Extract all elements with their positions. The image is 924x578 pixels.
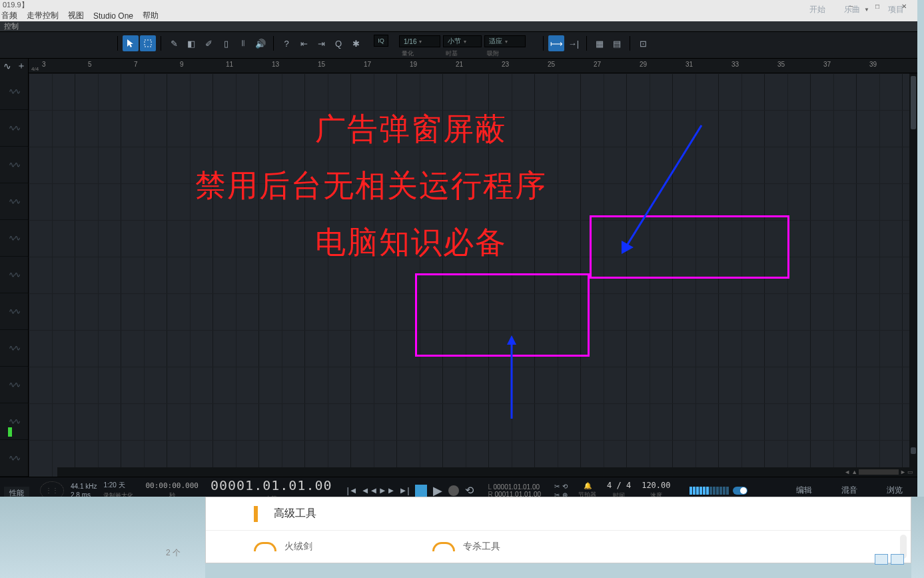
split-tool[interactable]: ⫴	[235, 35, 251, 51]
draw-tool[interactable]: ✎	[166, 35, 182, 51]
output-meter	[690, 487, 729, 495]
listen-tool[interactable]: 🔊	[252, 35, 268, 51]
record-max: 1:20 天	[103, 481, 133, 490]
zoom-slider[interactable]	[859, 469, 899, 475]
grid-a-button[interactable]: ▦	[592, 35, 608, 51]
waveform-icon: ∿∿	[9, 87, 19, 96]
tools-panel: 高级工具 2 个 火绒剑 专杀工具	[205, 497, 911, 563]
eraser-tool[interactable]: ◧	[183, 35, 199, 51]
marker-a[interactable]: ⇤	[296, 35, 312, 51]
waveform-icon: ∿∿	[9, 197, 19, 206]
quantize-select[interactable]: 1/16	[399, 35, 440, 47]
forward-button[interactable]: ►►	[380, 484, 394, 497]
info-tool[interactable]: ?	[278, 35, 294, 51]
arrow-tool[interactable]	[123, 35, 139, 51]
overlay-line3: 电脑知识必备	[315, 222, 507, 263]
title-text: 019.9】	[3, 0, 29, 10]
video-button[interactable]: ⊡	[635, 35, 651, 51]
menu-transport[interactable]: 走带控制	[27, 10, 59, 21]
sample-rate: 44.1 kHz	[71, 483, 97, 490]
track-row[interactable]: ∿∿	[0, 440, 28, 477]
mute-tool[interactable]: ▯	[218, 35, 234, 51]
menu-audio[interactable]: 音频	[1, 10, 17, 21]
workspace: ∿ ＋ ∿∿ ∿∿ ∿∿ ∿∿ ∿∿ ∿∿ ∿∿ ∿∿ ∿∿ ∿∿ ∿∿ 4/4…	[0, 59, 917, 477]
track-row[interactable]: ∿∿	[0, 403, 28, 440]
vertical-scrollbar[interactable]	[909, 73, 917, 467]
track-row[interactable]: ∿∿	[0, 367, 28, 403]
svg-marker-2	[507, 335, 516, 345]
track-row[interactable]: ∿∿	[0, 220, 28, 257]
monitor-toggle[interactable]	[733, 487, 747, 495]
horizontal-scrollbar[interactable]: ◄ ▲ ► ▭	[57, 467, 917, 477]
play-button[interactable]: ▶	[431, 484, 444, 497]
item-label: 专杀工具	[463, 541, 500, 553]
add-track-button[interactable]: ＋	[14, 59, 28, 73]
track-row[interactable]: ∿∿	[0, 257, 28, 293]
menu-help[interactable]: 帮助	[143, 10, 159, 21]
shield-icon	[432, 542, 455, 551]
desktop-background	[911, 497, 924, 578]
rewind-start-button[interactable]: |◄	[346, 484, 359, 497]
quantize-label: 量化	[399, 49, 440, 58]
arrow-up-icon	[502, 335, 522, 422]
list-item[interactable]: 火绒剑	[254, 541, 312, 553]
svg-line-3	[625, 125, 701, 249]
macro-tool[interactable]: Q	[330, 35, 346, 51]
tool-icon[interactable]: ✂	[554, 483, 560, 490]
snap-label: 吸附	[484, 49, 526, 58]
automation-toggle[interactable]: ∿	[0, 59, 14, 73]
song-tab[interactable]: 乐曲▼	[837, 1, 876, 18]
waveform-icon: ∿∿	[9, 453, 19, 463]
control-header: 控制	[0, 21, 917, 31]
track-row[interactable]: ∿∿	[0, 147, 28, 183]
track-row[interactable]: ∿∿	[0, 293, 28, 330]
timebase-select[interactable]: 小节	[443, 35, 482, 47]
scroll-right-icon[interactable]: ►	[900, 469, 906, 475]
marker-b[interactable]: ⇥	[313, 35, 329, 51]
track-row[interactable]: ∿∿	[0, 110, 28, 147]
grid-view-icon[interactable]	[891, 554, 904, 565]
iq-button[interactable]: IQ	[374, 35, 388, 47]
list-item[interactable]: 专杀工具	[432, 541, 500, 553]
project-tab[interactable]: 项目	[881, 1, 911, 18]
scrollbar-thumb[interactable]	[911, 76, 916, 129]
track-row[interactable]: ∿∿	[0, 183, 28, 220]
time-sig-value[interactable]: 4 / 4	[607, 481, 631, 490]
timeline-ruler[interactable]: 4/4 3579111315171921232527293133353739	[29, 59, 917, 73]
metronome-icon[interactable]: 🔔	[584, 482, 592, 489]
forward-end-button[interactable]: ►|	[398, 484, 411, 497]
scroll-left-icon[interactable]: ◄	[844, 469, 850, 475]
autoscroll-button[interactable]: ⟼	[548, 35, 564, 51]
scroll-up-icon[interactable]: ▲	[851, 469, 857, 475]
tool-icon[interactable]: ⟲	[562, 483, 568, 490]
paint-tool[interactable]: ✐	[201, 35, 217, 51]
rewind-button[interactable]: ◄◄	[363, 484, 376, 497]
zoom-fit-icon[interactable]: ▭	[907, 469, 913, 475]
loop-button[interactable]: ⟲	[463, 484, 476, 497]
time-signature: 4/4	[31, 66, 39, 72]
track-row[interactable]: ∿∿	[0, 73, 28, 110]
timecode-bars[interactable]: 00001.01.01.00	[211, 477, 332, 493]
overlay-line2: 禁用后台无相关运行程序	[195, 165, 547, 207]
timecode-seconds[interactable]: 00:00:00.000	[145, 481, 198, 490]
start-tab[interactable]: 开始	[803, 1, 832, 18]
waveform-icon: ∿∿	[9, 123, 19, 133]
stop-button[interactable]	[415, 485, 427, 497]
menu-view[interactable]: 视图	[68, 10, 84, 21]
follow-button[interactable]: →|	[566, 35, 582, 51]
waveform-icon: ∿∿	[9, 160, 19, 169]
record-button[interactable]	[448, 485, 459, 496]
track-row[interactable]: ∿∿	[0, 330, 28, 367]
tempo-value[interactable]: 120.00	[642, 481, 670, 490]
action-tool[interactable]: ✱	[348, 35, 364, 51]
arrange-view[interactable]: 4/4 3579111315171921232527293133353739 广…	[29, 59, 917, 477]
view-mode-icons	[875, 554, 904, 565]
range-tool[interactable]	[140, 35, 156, 51]
waveform-icon: ∿∿	[9, 270, 19, 279]
scrollbar-thumb[interactable]	[911, 447, 916, 454]
menu-studioone[interactable]: Studio One	[93, 11, 133, 21]
grid-b-button[interactable]: ▤	[609, 35, 625, 51]
list-view-icon[interactable]	[875, 554, 888, 565]
snap-select[interactable]: 适应	[484, 35, 526, 47]
arrow-diag-icon	[615, 122, 708, 255]
